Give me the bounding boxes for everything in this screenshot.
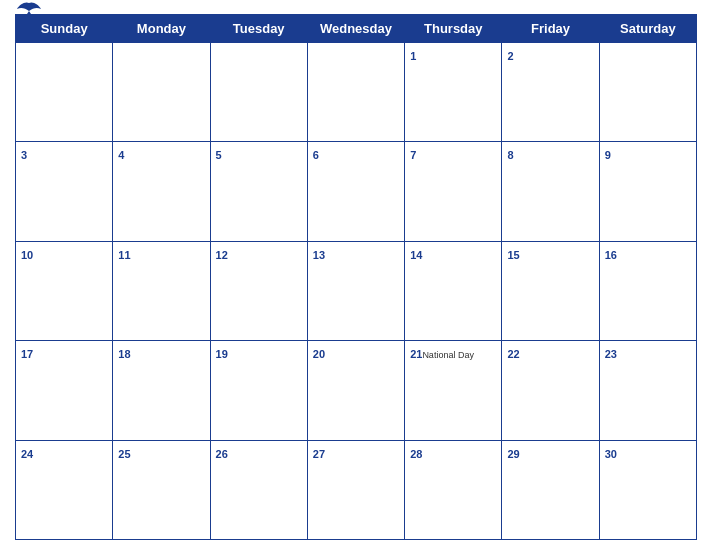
calendar-cell: 18: [113, 341, 210, 440]
day-header-tuesday: Tuesday: [210, 15, 307, 43]
calendar-cell: 24: [16, 440, 113, 539]
calendar-cell: 17: [16, 341, 113, 440]
day-number: 16: [605, 249, 617, 261]
day-number: 22: [507, 348, 519, 360]
calendar-cell: 27: [307, 440, 404, 539]
week-row-3: 10111213141516: [16, 241, 697, 340]
calendar-cell: 7: [405, 142, 502, 241]
day-number: 26: [216, 448, 228, 460]
day-number: 24: [21, 448, 33, 460]
calendar-cell: 28: [405, 440, 502, 539]
day-header-monday: Monday: [113, 15, 210, 43]
day-header-wednesday: Wednesday: [307, 15, 404, 43]
day-number: 13: [313, 249, 325, 261]
calendar-cell: 29: [502, 440, 599, 539]
calendar-cell: 11: [113, 241, 210, 340]
week-row-1: 12: [16, 43, 697, 142]
day-number: 19: [216, 348, 228, 360]
day-number: 8: [507, 149, 513, 161]
day-number: 4: [118, 149, 124, 161]
day-number: 10: [21, 249, 33, 261]
calendar-cell: 12: [210, 241, 307, 340]
calendar-cell: 20: [307, 341, 404, 440]
day-number: 3: [21, 149, 27, 161]
calendar-cell: 16: [599, 241, 696, 340]
calendar-cell: 3: [16, 142, 113, 241]
calendar-cell: 5: [210, 142, 307, 241]
day-number: 23: [605, 348, 617, 360]
calendar-cell: [16, 43, 113, 142]
calendar-cell: 26: [210, 440, 307, 539]
calendar-cell: 13: [307, 241, 404, 340]
calendar-cell: 10: [16, 241, 113, 340]
calendar-cell: 25: [113, 440, 210, 539]
week-row-4: 1718192021National Day2223: [16, 341, 697, 440]
day-number: 5: [216, 149, 222, 161]
day-number: 29: [507, 448, 519, 460]
day-header-thursday: Thursday: [405, 15, 502, 43]
day-number: 9: [605, 149, 611, 161]
calendar-cell: [210, 43, 307, 142]
day-number: 27: [313, 448, 325, 460]
calendar-cell: 21National Day: [405, 341, 502, 440]
calendar-cell: 9: [599, 142, 696, 241]
day-header-friday: Friday: [502, 15, 599, 43]
day-number: 14: [410, 249, 422, 261]
day-number: 6: [313, 149, 319, 161]
logo-bird-icon: [15, 1, 43, 19]
day-headers-row: SundayMondayTuesdayWednesdayThursdayFrid…: [16, 15, 697, 43]
day-number: 18: [118, 348, 130, 360]
calendar-cell: 22: [502, 341, 599, 440]
week-row-5: 24252627282930: [16, 440, 697, 539]
day-number: 20: [313, 348, 325, 360]
calendar-cell: 2: [502, 43, 599, 142]
day-number: 2: [507, 50, 513, 62]
day-number: 12: [216, 249, 228, 261]
calendar-table: SundayMondayTuesdayWednesdayThursdayFrid…: [15, 14, 697, 540]
day-number: 11: [118, 249, 130, 261]
calendar-cell: 19: [210, 341, 307, 440]
day-number: 28: [410, 448, 422, 460]
logo: [15, 1, 43, 19]
calendar-cell: 6: [307, 142, 404, 241]
calendar-cell: 8: [502, 142, 599, 241]
calendar-cell: 15: [502, 241, 599, 340]
calendar-cell: [307, 43, 404, 142]
day-number: 25: [118, 448, 130, 460]
day-number: 15: [507, 249, 519, 261]
event-label: National Day: [422, 350, 474, 360]
calendar-cell: 30: [599, 440, 696, 539]
calendar-cell: 1: [405, 43, 502, 142]
calendar-cell: 4: [113, 142, 210, 241]
day-number: 1: [410, 50, 416, 62]
calendar-cell: 14: [405, 241, 502, 340]
day-header-saturday: Saturday: [599, 15, 696, 43]
day-number: 7: [410, 149, 416, 161]
week-row-2: 3456789: [16, 142, 697, 241]
day-number: 21: [410, 348, 422, 360]
calendar-cell: 23: [599, 341, 696, 440]
calendar-cell: [599, 43, 696, 142]
calendar-cell: [113, 43, 210, 142]
day-number: 17: [21, 348, 33, 360]
day-number: 30: [605, 448, 617, 460]
